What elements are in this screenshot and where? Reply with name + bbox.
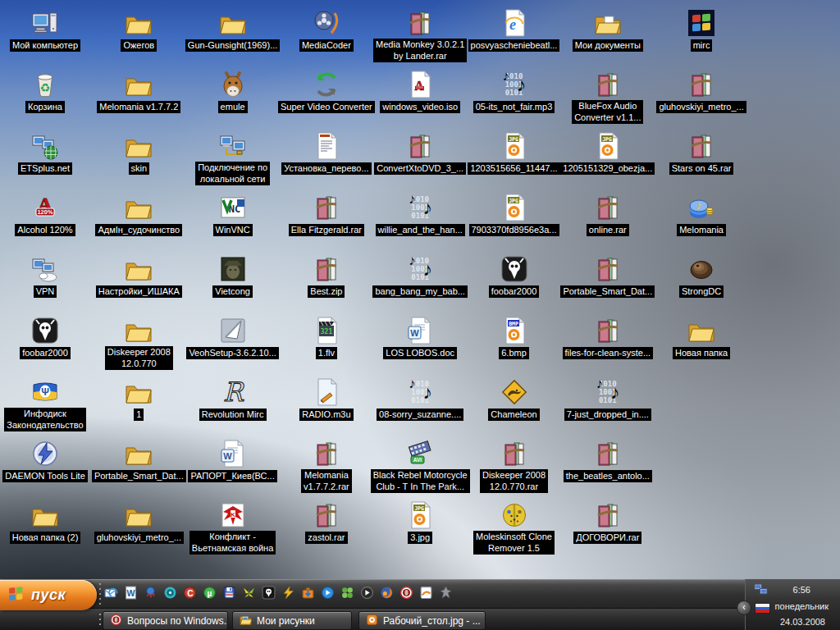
svg-text:JPG: JPG [602, 136, 612, 143]
quick-launch-bar: WCµ [103, 585, 454, 600]
icon-label: Vietcong [212, 285, 253, 298]
quicklaunch-ccleaner-icon[interactable]: C [182, 585, 198, 600]
rar-archive-icon [640, 130, 763, 160]
quicklaunch-clonecd-icon[interactable] [162, 585, 178, 600]
icon-label: Ella Fitzgerald.rar [289, 224, 364, 236]
quicklaunch-foobar2000-icon[interactable] [261, 585, 276, 600]
icon-label: 08-sorry_suzanne.... [377, 409, 463, 421]
desktop-icon-31[interactable]: ♪Melomania [640, 191, 763, 236]
desktop-icon-54[interactable]: 101010010101♪♪7-just_dropped_in.... [546, 376, 669, 421]
quicklaunch-opera-icon[interactable] [399, 585, 414, 600]
icon-label: Moleskinsoft Clone Remover 1.5 [473, 531, 555, 555]
taskbar-button-2[interactable]: Рабочий_стол.jpg - ... [358, 611, 486, 630]
quicklaunch-outlook-express-icon[interactable] [103, 585, 119, 600]
quicklaunch-firefox-icon[interactable] [379, 585, 395, 600]
icon-label: Конфликт - Вьетнамская война [189, 531, 276, 555]
quicklaunch-z-document-icon[interactable] [418, 585, 434, 600]
quicklaunch-dragon-icon[interactable] [438, 585, 454, 600]
icon-label: gluhovskiyi_metro_... [94, 532, 184, 544]
desktop-icon-15[interactable]: gluhovskiyi_metro_... [640, 68, 763, 113]
icon-label: Настройки_ИШАКА [96, 285, 182, 298]
quicklaunch-blue-player-icon[interactable] [320, 585, 336, 600]
icon-label: VPN [34, 285, 57, 298]
quicklaunch-floppy-save-icon[interactable] [221, 585, 237, 600]
icon-label: ETSplus.net [18, 162, 72, 175]
clock[interactable]: 6:56 [793, 585, 810, 595]
rar-archive-icon [640, 68, 763, 98]
svg-text:K: K [231, 511, 235, 518]
svg-text:JPG: JPG [414, 505, 424, 512]
desktop-icon-39[interactable]: StrongDC [640, 253, 763, 298]
svg-text:BMP: BMP [509, 321, 518, 327]
start-button-label: пуск [31, 587, 66, 604]
svg-text:♪: ♪ [331, 27, 335, 36]
icon-label: 6.bmp [499, 347, 529, 359]
icon-label: Diskeeper 2008 12.0.770.rar [480, 469, 548, 493]
desktop-icon-61[interactable]: the_beatles_antolo... [546, 437, 669, 482]
opera-window-icon [110, 614, 122, 628]
icon-label: Инфодиск Законодательство [4, 408, 85, 431]
icon-label: BlueFox Audio Converter v1.1... [572, 100, 643, 124]
svg-text:JPG: JPG [509, 136, 518, 143]
desktop-wallpaper[interactable]: Мой компьютерОжеговGun-Gunsight(1969)...… [0, 0, 840, 630]
icon-label: Новая папка [673, 347, 730, 359]
icon-label: Diskeeper 2008 12.0.770 [105, 346, 173, 370]
quicklaunch-green-clover-icon[interactable] [340, 585, 355, 600]
icon-label: 1.flv [316, 347, 337, 359]
quicklaunch-drag-handle[interactable] [98, 582, 103, 605]
icon-label: online.rar [587, 224, 629, 236]
icon-label: LOS LOBOS.doc [383, 347, 457, 359]
tray-collapse-chevron-icon[interactable]: ‹ [737, 600, 751, 615]
icon-label: the_beatles_antolo... [564, 470, 652, 482]
svg-text:R: R [223, 378, 244, 406]
quicklaunch-download-master-icon[interactable] [300, 585, 316, 600]
windows-flag-icon [7, 585, 25, 605]
icon-label: Alcohol 120% [15, 224, 75, 236]
tray-weekday: понедельник [775, 601, 829, 611]
quicklaunch-flashget-icon[interactable] [281, 585, 296, 600]
svg-text:120%: 120% [416, 86, 424, 89]
icon-label: Мой компьютер [10, 39, 80, 52]
folder-icon [640, 314, 763, 345]
quicklaunch-butterfly-icon[interactable] [241, 585, 257, 600]
svg-text:W: W [223, 451, 232, 461]
desktop-icon-23[interactable]: Stars on 45.rar [640, 130, 763, 175]
icon-label: mirc [691, 39, 713, 52]
quicklaunch-utorrent-icon[interactable]: µ [202, 585, 217, 600]
image-viewer-icon [366, 614, 378, 628]
taskbar: пуск WCµ Вопросы по Windows...Мои рисунк… [0, 579, 840, 630]
music-note-icon: 101010010101♪♪ [546, 376, 669, 406]
icon-label: 05-its_not_fair.mp3 [473, 101, 555, 113]
rar-archive-icon [546, 437, 669, 468]
quicklaunch-media-player-classic-icon[interactable] [359, 585, 375, 600]
quicklaunch-reget-icon[interactable] [143, 585, 158, 600]
quicklaunch-word-icon[interactable]: W [123, 585, 139, 600]
taskbar-button-1[interactable]: Мои рисунки [232, 611, 352, 630]
svg-text:120%: 120% [37, 208, 53, 216]
desktop-icon-7[interactable]: mirc [640, 7, 763, 52]
russian-flag-language-icon[interactable] [755, 603, 770, 614]
icon-label: Melomania v1.7.7.2 [97, 101, 180, 113]
melomania-icon: ♪ [640, 191, 763, 221]
icon-label: MediaCoder [299, 39, 354, 52]
tray-date: 24.03.2008 [780, 617, 825, 627]
icon-label: Подключение по локальной сети [195, 162, 270, 185]
icon-label: 1 [134, 409, 144, 421]
icon-label: 3.jpg [408, 532, 432, 544]
desktop-icon-68[interactable]: ДОГОВОРИ.rar [546, 499, 669, 544]
desktop-icon-47[interactable]: Новая папка [640, 314, 763, 359]
icon-label: Melomania [677, 224, 726, 236]
icon-label: Chameleon [488, 409, 539, 421]
icon-label: foobar2000 [20, 347, 71, 359]
icon-label: Melomania v1.7.7.2.rar [301, 469, 352, 493]
svg-text:W: W [410, 328, 419, 338]
svg-text:W: W [126, 588, 135, 598]
network-tray-icon[interactable] [754, 583, 768, 596]
icon-label: ДОГОВОРИ.rar [573, 532, 641, 544]
icon-label: АдмІн_судочинство [95, 224, 182, 236]
icon-label: DAEMON Tools Lite [2, 470, 88, 482]
start-button[interactable]: пуск [0, 580, 97, 610]
taskbar-button-0[interactable]: Вопросы по Windows... [103, 611, 228, 630]
icon-label: skin [129, 162, 150, 175]
svg-text:JPG: JPG [509, 198, 518, 204]
